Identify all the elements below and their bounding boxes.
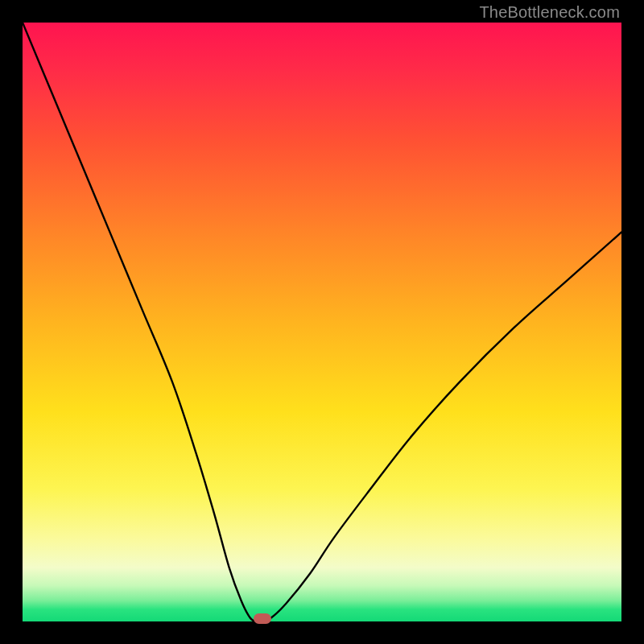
bottleneck-curve xyxy=(23,23,621,621)
watermark-text: TheBottleneck.com xyxy=(479,3,620,22)
optimum-marker xyxy=(254,613,271,624)
chart-plot-area xyxy=(23,23,621,621)
